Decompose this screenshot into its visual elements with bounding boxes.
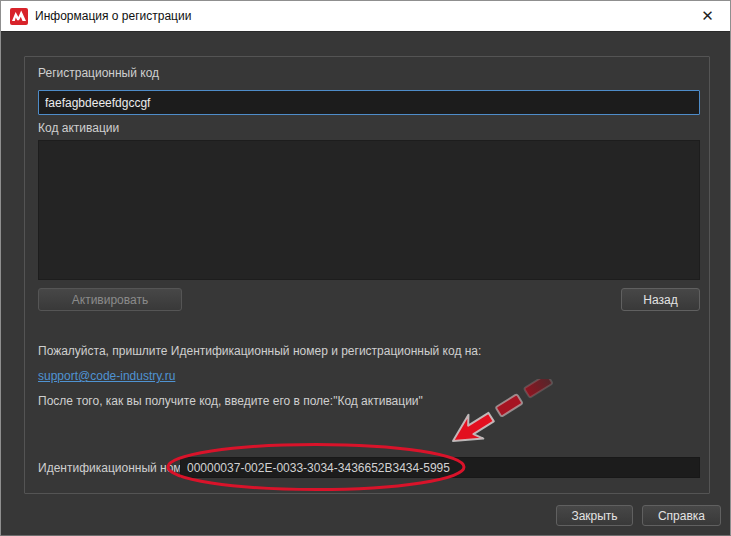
registration-code-input[interactable] [38,90,700,115]
title-bar: Информация о регистрации ✕ [1,1,730,32]
registration-info-dialog: Информация о регистрации ✕ Регистрационн… [0,0,731,536]
activation-code-textarea[interactable] [38,140,700,280]
instruction-line1: Пожалуйста, пришлите Идентификационный н… [38,344,481,358]
close-button[interactable]: Закрыть [556,505,633,526]
mountain-m-glyph [12,10,26,22]
registration-code-label: Регистрационный код [38,66,159,80]
activation-code-label: Код активации [38,121,119,135]
support-email-link[interactable]: support@code-industry.ru [38,369,175,383]
window-title: Информация о регистрации [35,9,191,23]
back-button[interactable]: Назад [621,288,700,311]
identification-number-field[interactable] [180,457,700,478]
identification-number-label: Идентификационный номер [38,461,195,475]
activate-button[interactable]: Активировать [38,288,182,311]
app-logo-icon [10,8,28,25]
instruction-line2: После того, как вы получите код, введите… [38,394,423,408]
registration-groupbox: Регистрационный код Код активации Активи… [24,56,710,494]
help-button[interactable]: Справка [642,505,721,526]
close-icon[interactable]: ✕ [685,1,730,31]
